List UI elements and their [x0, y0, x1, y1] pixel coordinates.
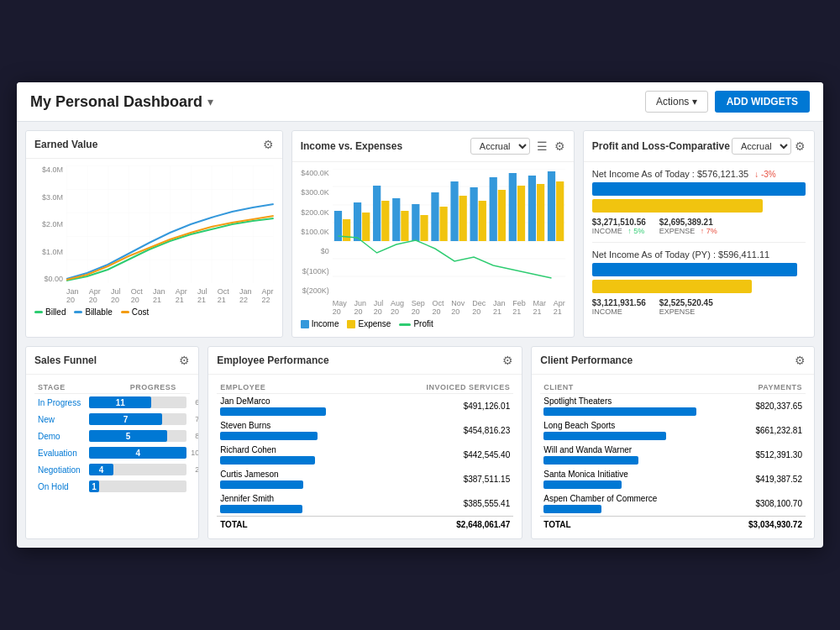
funnel-progress: 11 64% — [86, 394, 190, 412]
income-expenses-svg — [333, 169, 565, 295]
funnel-stage: Evaluation — [34, 444, 86, 461]
funnel-progress: 1 — [86, 478, 190, 495]
earned-value-header: Earned Value ⚙ — [26, 131, 282, 159]
legend-cost: Cost — [121, 307, 150, 317]
earned-value-legend: Billed Billable Cost — [34, 304, 274, 318]
list-view-icon[interactable]: ☰ — [535, 139, 549, 153]
income-expenses-x-axis: May20 Jun20 Jul20 Aug20 Sep20 Oct20 Nov2… — [301, 297, 565, 316]
pnl-controls: Accrual Cash ⚙ — [732, 138, 806, 155]
employee-bar — [220, 456, 315, 465]
employee-name: Jan DeMarco — [217, 394, 341, 419]
funnel-progress: 4 25% — [86, 461, 190, 478]
funnel-col-stage: STAGE — [34, 381, 86, 394]
svg-rect-14 — [450, 181, 458, 241]
client-amount: $308,100.70 — [717, 491, 806, 517]
svg-rect-21 — [362, 213, 370, 241]
filter-icon[interactable]: ⚙ — [263, 138, 274, 151]
pnl-current-section: Net Income As of Today : $576,121.35 ↓ -… — [592, 169, 806, 235]
client-filter-icon[interactable]: ⚙ — [795, 354, 806, 367]
pnl-py-expense-label: EXPENSE — [659, 307, 713, 316]
income-expenses-body: $400.0K $300.0K $200.0K $100.0K $0 $(100… — [292, 162, 574, 337]
client-row: Aspen Chamber of Commerce $308,100.70 — [540, 491, 806, 517]
filter-icon-2[interactable]: ⚙ — [554, 139, 565, 153]
svg-rect-13 — [431, 192, 438, 241]
pnl-divider — [592, 242, 806, 243]
client-performance-card: Client Performance ⚙ CLIENT PAYMENTS — [531, 346, 815, 539]
client-bar — [543, 456, 638, 465]
client-name: Will and Wanda Warner — [540, 443, 717, 467]
pnl-income-value: $3,271,510.56 — [592, 218, 646, 227]
svg-rect-23 — [401, 211, 408, 241]
legend-billed: Billed — [34, 307, 66, 317]
client-col-name: CLIENT — [540, 381, 717, 394]
sales-funnel-filter-icon[interactable]: ⚙ — [179, 354, 190, 367]
income-expenses-card: Income vs. Expenses Accrual Cash ☰ ⚙ $40… — [291, 130, 575, 338]
accrual-dropdown[interactable]: Accrual Cash — [470, 138, 530, 155]
employee-total-label: TOTAL — [217, 517, 341, 533]
client-table: CLIENT PAYMENTS Spotlight Theaters $820,… — [540, 381, 806, 532]
funnel-progress: 7 75% — [86, 411, 190, 428]
client-row: Will and Wanda Warner $512,391.30 — [540, 443, 806, 467]
dashboard-wrapper: My Personal Dashboard ▾ Actions ▾ ADD WI… — [17, 82, 823, 548]
client-title: Client Performance — [540, 354, 633, 366]
income-expenses-svg-container — [333, 169, 565, 297]
employee-bar — [220, 480, 303, 489]
header-left: My Personal Dashboard ▾ — [30, 93, 213, 111]
employee-row: Jennifer Smith $385,555.41 — [217, 491, 513, 517]
svg-rect-19 — [548, 171, 555, 241]
client-bar — [543, 480, 622, 489]
employee-filter-icon[interactable]: ⚙ — [502, 354, 513, 367]
funnel-stage: In Progress — [34, 394, 86, 412]
client-amount: $820,337.65 — [717, 394, 806, 419]
income-expenses-legend: Income Expense Profit — [301, 316, 565, 330]
employee-row: Jan DeMarco $491,126.01 — [217, 394, 513, 419]
funnel-row: In Progress 11 64% — [34, 394, 190, 412]
pnl-expense-bar — [592, 199, 763, 213]
add-widgets-button[interactable]: ADD WIDGETS — [715, 91, 810, 113]
employee-total-row: TOTAL $2,648,061.47 — [217, 517, 513, 533]
client-amount: $512,391.30 — [717, 443, 806, 467]
funnel-bar-fill: 5 — [89, 430, 167, 442]
funnel-progress: 5 80% — [86, 428, 190, 444]
employee-body: EMPLOYEE INVOICED SERVICES Jan DeMarco $… — [208, 375, 522, 538]
sales-funnel-title: Sales Funnel — [34, 354, 97, 366]
pnl-py-label: Net Income As of Today (PY) : $596,411.1… — [592, 249, 806, 260]
client-name: Long Beach Sports — [540, 418, 717, 443]
employee-row: Richard Cohen $442,545.40 — [217, 443, 513, 467]
income-expenses-y-axis: $400.0K $300.0K $200.0K $100.0K $0 $(100… — [301, 169, 333, 295]
income-expenses-header: Income vs. Expenses Accrual Cash ☰ ⚙ — [292, 131, 574, 162]
pnl-filter-icon[interactable]: ⚙ — [795, 139, 806, 153]
employee-row: Curtis Jameson $387,511.15 — [217, 467, 513, 491]
pnl-py-values: $3,121,931.56 INCOME $2,525,520.45 EXPEN… — [592, 298, 806, 316]
svg-rect-22 — [381, 201, 389, 241]
funnel-bar-fill: 7 — [89, 413, 162, 425]
employee-header-row: EMPLOYEE INVOICED SERVICES — [217, 381, 513, 394]
pnl-expense-label-row: EXPENSE ↑ 7% — [659, 227, 717, 235]
client-amount: $419,387.52 — [717, 467, 806, 491]
pnl-income-block: $3,271,510.56 INCOME ↑ 5% — [592, 218, 646, 235]
chevron-down-icon[interactable]: ▾ — [207, 95, 213, 108]
row-2: Sales Funnel ⚙ STAGE PROGRESS In Pro — [25, 346, 815, 539]
funnel-row: On Hold 1 — [34, 478, 190, 495]
svg-rect-29 — [517, 186, 525, 241]
svg-rect-16 — [489, 177, 496, 241]
funnel-bar-bg: 1 — [89, 480, 186, 492]
funnel-bar-fill: 1 — [89, 480, 99, 492]
client-row: Spotlight Theaters $820,337.65 — [540, 394, 806, 419]
employee-name: Jennifer Smith — [217, 491, 341, 517]
income-expenses-controls: Accrual Cash ☰ ⚙ — [470, 138, 565, 155]
employee-amount: $454,816.23 — [341, 418, 513, 443]
earned-value-x-axis: Jan20 Apr20 Jul20 Oct20 Jan21 Apr21 Jul2… — [34, 286, 274, 304]
earned-value-body: $4.0M $3.0M $2.0M $1.0M $0.00 — [26, 159, 282, 325]
funnel-bar-bg: 4 100% — [89, 447, 186, 459]
actions-button[interactable]: Actions ▾ — [645, 91, 708, 113]
funnel-stage: On Hold — [34, 478, 86, 495]
employee-table-body: Jan DeMarco $491,126.01 Steven Burns $45… — [217, 394, 513, 517]
pnl-accrual-dropdown[interactable]: Accrual Cash — [732, 138, 791, 155]
client-header: Client Performance ⚙ — [532, 347, 814, 375]
client-body: CLIENT PAYMENTS Spotlight Theaters $820,… — [532, 375, 814, 538]
client-name: Aspen Chamber of Commerce — [540, 491, 717, 517]
svg-rect-27 — [478, 201, 486, 241]
earned-value-card: Earned Value ⚙ $4.0M $3.0M $2.0M $1.0M $… — [25, 130, 283, 338]
funnel-progress: 4 100% — [86, 444, 190, 461]
